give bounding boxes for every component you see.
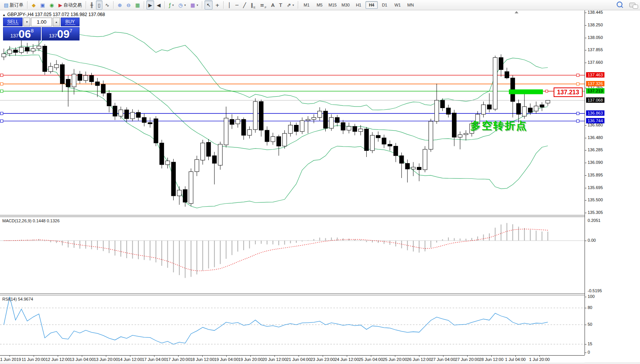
buy-button[interactable]: BUY	[61, 18, 80, 26]
candle-body	[429, 121, 433, 149]
highlight-rectangle[interactable]	[509, 89, 543, 94]
time-axis-tick	[202, 356, 203, 357]
price-badge-137.068: 137.068	[586, 97, 604, 103]
hline-handle[interactable]	[577, 112, 579, 115]
search-icon[interactable]	[617, 2, 622, 7]
rsi-axis-15: 15	[588, 341, 592, 346]
hline-handle[interactable]	[577, 74, 579, 76]
templates-button[interactable]: ▦▾	[188, 0, 200, 10]
sell-button[interactable]: SELL	[3, 18, 23, 26]
volume-input[interactable]: 1.00	[31, 18, 52, 26]
price-axis-tick	[585, 50, 586, 50]
toolbar-separator	[144, 1, 145, 9]
time-axis-tick	[130, 356, 130, 357]
equidistant-channel-button[interactable]: ∥E	[249, 0, 258, 10]
chat-icon[interactable]	[629, 3, 635, 7]
rsi-axis-80: 80	[588, 305, 592, 310]
chart-shift-icon: ◀	[157, 3, 161, 8]
toolbar-separator	[164, 1, 165, 9]
chart-area[interactable]: ▲GBPJPY-,H4 137.025 137.072 136.982 137.…	[0, 10, 640, 364]
hline-handle[interactable]	[0, 90, 3, 92]
price-axis-tick	[585, 344, 586, 345]
candle-body	[49, 66, 53, 71]
hline-handle[interactable]	[0, 74, 3, 76]
candle-body	[522, 107, 526, 116]
text-icon: A	[271, 3, 275, 8]
trendline-button[interactable]: ╱	[241, 0, 248, 10]
text-button[interactable]: A	[269, 0, 276, 10]
indicators-dropdown-icon[interactable]: ▾	[172, 3, 174, 7]
periods-button[interactable]: ◷▾	[177, 0, 188, 10]
volume-down-button[interactable]: ▼	[23, 18, 30, 26]
hline-handle[interactable]	[0, 112, 3, 115]
timeframe-h4-button[interactable]: H4	[365, 1, 378, 9]
timeframe-d1-button[interactable]: D1	[378, 1, 391, 9]
zoom-out-button[interactable]: ⊖	[125, 0, 133, 10]
price-axis[interactable]: 138.445138.250138.050137.855137.660137.2…	[585, 10, 640, 355]
timeframe-m5-button[interactable]: M5	[314, 1, 326, 9]
tile-windows-button[interactable]: ▦	[133, 0, 142, 10]
zoom-in-button[interactable]: ⊕	[116, 0, 124, 10]
equidistant-channel-sub: E	[253, 6, 255, 9]
time-axis-label: 25 Jun 20:00	[383, 357, 407, 362]
hline-handle[interactable]	[0, 120, 3, 122]
panel-toggle-icon[interactable]: ▲	[2, 13, 6, 17]
buy-price-button[interactable]: 137097	[42, 27, 80, 40]
autotrading-button[interactable]: ▶自动交易	[57, 0, 84, 10]
arrows-button[interactable]: ⇗▾	[285, 0, 296, 10]
chart-shift-button[interactable]: ◀	[155, 0, 162, 10]
metaeditor-button[interactable]: ▣	[38, 0, 47, 10]
candle-body	[329, 118, 333, 128]
gold-tool-button[interactable]: ◆	[30, 0, 37, 10]
candlestick-chart-button[interactable]: ▯	[96, 0, 102, 10]
chart-shift-marker-icon[interactable]	[515, 11, 518, 13]
periods-dropdown-icon[interactable]: ▾	[184, 3, 186, 7]
price-axis-label: 136.285	[588, 147, 603, 152]
hline-handle[interactable]	[577, 120, 579, 122]
price-axis-tick	[585, 150, 586, 150]
time-axis-label: 21 Jun 04:00	[286, 357, 311, 362]
time-axis[interactable]: 11 Jun 201911 Jun 20:0012 Jun 12:0013 Ju…	[0, 355, 585, 362]
pane-separator[interactable]	[0, 215, 585, 217]
time-axis-tick	[467, 356, 468, 357]
macd-axis-zero: 0.00	[588, 238, 596, 243]
candle-body	[335, 118, 339, 123]
vertical-line-button[interactable]: │	[226, 0, 233, 10]
cursor-button[interactable]: ↖	[205, 0, 213, 10]
horizontal-line-button[interactable]: ─	[234, 0, 240, 10]
hline-handle[interactable]	[0, 83, 3, 85]
timeframe-h1-button[interactable]: H1	[352, 1, 365, 9]
timeframe-m1-button[interactable]: M1	[301, 1, 313, 9]
volume-up-button[interactable]: ▲	[53, 18, 60, 26]
line-chart-button[interactable]: ∿	[103, 0, 111, 10]
price-tag-label[interactable]: 137.213	[554, 87, 583, 97]
auto-scroll-button[interactable]: ▶	[146, 0, 154, 10]
candle-body	[464, 133, 468, 134]
signals-button[interactable]: ◉	[48, 0, 56, 10]
timeframe-m30-button[interactable]: M30	[339, 1, 352, 9]
price-axis-tick	[585, 138, 586, 138]
indicators-button[interactable]: ƒ▾	[167, 0, 176, 10]
candle-body	[125, 110, 129, 119]
arrows-dropdown-icon[interactable]: ▾	[292, 3, 294, 7]
time-axis-tick	[226, 356, 227, 357]
templates-dropdown-icon[interactable]: ▾	[197, 3, 198, 7]
candle-body	[323, 111, 328, 128]
chart-canvas[interactable]	[0, 10, 585, 364]
timeframe-w1-button[interactable]: W1	[391, 1, 404, 9]
price-axis-tick	[585, 325, 586, 325]
timeframe-mn-button[interactable]: MN	[404, 1, 417, 9]
hline-handle[interactable]	[577, 83, 579, 85]
time-axis-tick	[275, 356, 275, 357]
fibonacci-button[interactable]: ≡F	[258, 0, 268, 10]
crosshair-button[interactable]: +	[213, 0, 221, 10]
sell-price-button[interactable]: 137068	[3, 27, 41, 40]
bar-chart-button[interactable]: ╫	[88, 0, 95, 10]
new-order-button[interactable]: ▤新订单	[2, 0, 25, 10]
pane-separator[interactable]	[0, 293, 585, 295]
candle-body	[8, 50, 12, 54]
time-axis-tick	[299, 356, 299, 357]
candle-body	[177, 190, 182, 196]
timeframe-m15-button[interactable]: M15	[326, 1, 339, 9]
text-label-button[interactable]: T	[277, 0, 284, 10]
